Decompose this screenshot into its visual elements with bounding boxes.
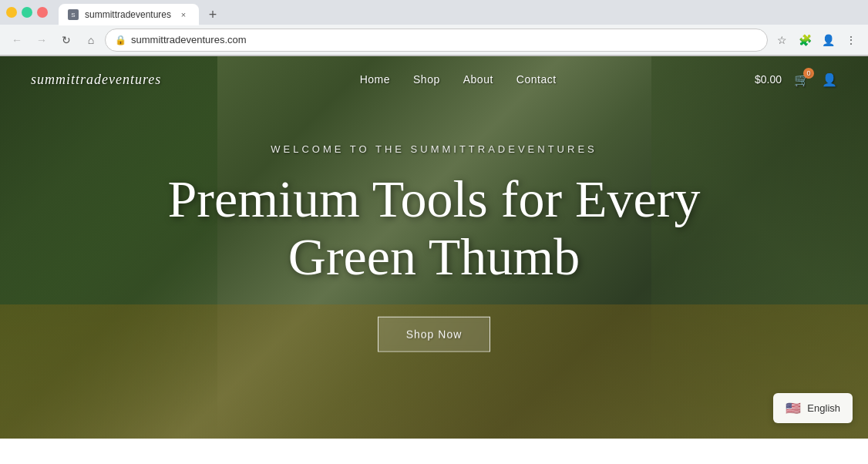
minimize-button[interactable]: −: [6, 7, 17, 18]
hero-title-line2: Green Thumb: [288, 227, 580, 286]
hero-title-line1: Premium Tools for Every: [168, 170, 701, 228]
new-tab-button[interactable]: +: [202, 4, 224, 25]
tab-title: summittradeventures: [85, 9, 171, 20]
back-button[interactable]: ←: [6, 29, 28, 51]
shop-now-button[interactable]: Shop Now: [378, 316, 491, 351]
website-content: summittradeventures Home Shop About Cont…: [0, 56, 868, 439]
bookmark-button[interactable]: ☆: [771, 29, 792, 51]
nav-about[interactable]: About: [463, 73, 493, 86]
nav-icons: $0.00 🛒 0 👤: [755, 72, 837, 87]
toolbar-right-buttons: ☆ 🧩 👤 ⋮: [771, 29, 862, 51]
nav-shop[interactable]: Shop: [413, 73, 440, 86]
active-tab[interactable]: S summittradeventures ×: [59, 4, 199, 25]
close-button[interactable]: ×: [37, 7, 48, 18]
cart-icon[interactable]: 🛒 0: [794, 72, 809, 87]
reload-button[interactable]: ↻: [56, 29, 77, 51]
address-bar[interactable]: 🔒: [105, 29, 768, 52]
browser-titlebar: − □ × S summittradeventures × +: [0, 0, 868, 25]
tab-favicon: S: [68, 9, 79, 20]
site-logo[interactable]: summittradeventures: [31, 72, 161, 88]
tab-bar: S summittradeventures × +: [52, 0, 230, 25]
hero-title: Premium Tools for Every Green Thumb: [15, 170, 853, 286]
home-button[interactable]: ⌂: [80, 29, 102, 51]
window-controls: − □ ×: [6, 7, 48, 18]
profile-button[interactable]: 👤: [817, 29, 839, 51]
language-selector[interactable]: 🇺🇸 English: [773, 393, 853, 423]
menu-button[interactable]: ⋮: [840, 29, 862, 51]
hero-subtitle: WELCOME TO THE SUMMITTRADEVENTURES: [15, 143, 853, 155]
browser-chrome: − □ × S summittradeventures × + ← → ↻ ⌂ …: [0, 0, 868, 56]
tab-close-button[interactable]: ×: [177, 8, 190, 21]
cart-badge: 0: [803, 68, 814, 79]
site-nav: Home Shop About Contact: [360, 73, 557, 86]
language-label: English: [807, 402, 840, 414]
hero-content: WELCOME TO THE SUMMITTRADEVENTURES Premi…: [0, 143, 868, 352]
cart-price: $0.00: [755, 73, 782, 86]
nav-contact[interactable]: Contact: [516, 73, 557, 86]
browser-toolbar: ← → ↻ ⌂ 🔒 ☆ 🧩 👤 ⋮: [0, 25, 868, 55]
site-security-icon: 🔒: [115, 35, 126, 45]
user-icon[interactable]: 👤: [822, 72, 837, 87]
extensions-button[interactable]: 🧩: [794, 29, 816, 51]
nav-home[interactable]: Home: [360, 73, 390, 86]
maximize-button[interactable]: □: [22, 7, 32, 18]
forward-button[interactable]: →: [31, 29, 52, 51]
url-input[interactable]: [131, 34, 758, 45]
site-header: summittradeventures Home Shop About Cont…: [0, 56, 868, 103]
flag-icon: 🇺🇸: [786, 401, 801, 415]
